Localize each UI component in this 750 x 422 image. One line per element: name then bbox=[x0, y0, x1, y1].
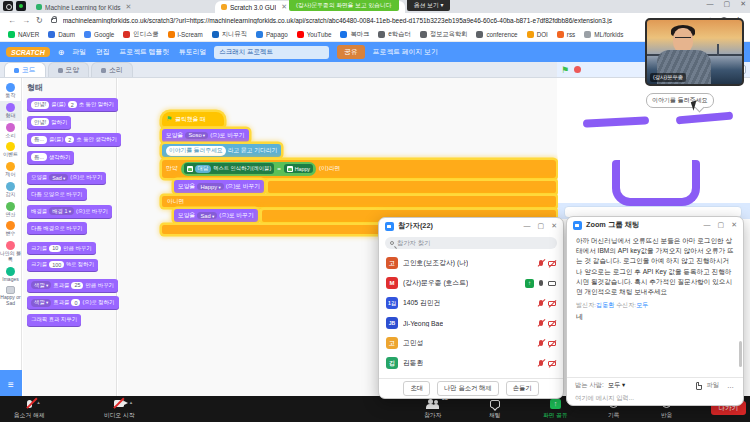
menu-파일[interactable]: 파일 bbox=[72, 47, 86, 57]
switch-costume-happy-block[interactable]: 모양을Happy(으)로 바꾸기 bbox=[174, 180, 264, 193]
else-block[interactable]: 아니면 bbox=[162, 196, 556, 207]
mic-options-caret[interactable]: ▴ bbox=[37, 399, 40, 405]
refresh-icon[interactable]: ↻ bbox=[36, 16, 43, 25]
file-button[interactable]: 파일 bbox=[706, 381, 719, 390]
tab-sounds[interactable]: 소리 bbox=[91, 62, 133, 77]
participants-action-button[interactable]: 손들기 bbox=[506, 381, 539, 396]
share-screen-button[interactable]: ↑ 화면 공유 bbox=[543, 398, 568, 420]
palette-block[interactable]: 음...을(를)2초 동안 생각하기 bbox=[27, 133, 121, 146]
palette-block[interactable]: 다음 배경으로 바꾸기 bbox=[27, 222, 87, 234]
scratch-logo[interactable]: SCRATCH bbox=[6, 47, 50, 57]
bookmark-item[interactable]: Daum bbox=[48, 31, 75, 38]
palette-block[interactable]: 안녕!말하기 bbox=[27, 116, 71, 129]
bookmark-item[interactable]: Papago bbox=[256, 31, 288, 38]
bookmark-item[interactable]: 북마크 bbox=[340, 30, 369, 39]
participants-button[interactable]: 22 참가자 bbox=[424, 398, 441, 420]
palette-block[interactable]: 모양을Sad(으)로 바꾸기 bbox=[27, 172, 106, 184]
unmute-button[interactable]: ▴ 음소거 해제 bbox=[14, 398, 45, 420]
chat-scrollbar[interactable] bbox=[739, 341, 742, 367]
participants-action-button[interactable]: 초대 bbox=[403, 381, 430, 396]
menu-프로젝트 템플릿[interactable]: 프로젝트 템플릿 bbox=[120, 47, 169, 57]
category-이벤트[interactable]: 이벤트 bbox=[0, 140, 22, 160]
bookmark-item[interactable]: YouTube bbox=[297, 31, 332, 38]
if-block[interactable]: 만약 대답 텍스트 인식하기(레이블) = Happy (이)라면 bbox=[162, 160, 556, 178]
participant-row[interactable]: 1김1405 김민건 bbox=[379, 293, 563, 313]
bookmark-item[interactable]: conference bbox=[476, 31, 517, 38]
add-extension-button[interactable]: ≡ bbox=[0, 370, 22, 398]
participant-row[interactable]: 고고인호(보조강사) (나) bbox=[379, 253, 563, 273]
minimize-icon[interactable]: — bbox=[524, 222, 531, 230]
category-동작[interactable]: 동작 bbox=[0, 81, 22, 101]
language-globe-icon[interactable]: ⊕ bbox=[58, 48, 65, 57]
start-video-button[interactable]: ▴ 비디오 시작 bbox=[104, 398, 135, 420]
video-options-caret[interactable]: ▴ bbox=[130, 399, 133, 405]
category-Images[interactable]: Images bbox=[0, 265, 22, 285]
tab-close-icon[interactable]: ✕ bbox=[126, 3, 132, 11]
forward-icon[interactable]: → bbox=[22, 16, 30, 25]
tab-code[interactable]: 코드 bbox=[4, 62, 46, 77]
back-icon[interactable]: ← bbox=[8, 16, 16, 25]
instructor-video-thumbnail[interactable]: (강사)문우종 bbox=[645, 18, 744, 86]
category-형태[interactable]: 형태 bbox=[0, 101, 22, 121]
browser-tab-ml4k[interactable]: Machine Learning for Kids ✕ bbox=[30, 1, 215, 13]
app-window-icon-2[interactable] bbox=[16, 1, 26, 11]
green-flag-icon[interactable]: ⚑ bbox=[561, 65, 569, 75]
window-close-button[interactable]: ✕ bbox=[740, 0, 746, 8]
participant-row[interactable]: M(강사)문우종 (호스트)↑ bbox=[379, 273, 563, 293]
bookmark-item[interactable]: 인디스쿨 bbox=[123, 30, 158, 39]
bookmark-item[interactable]: DOI bbox=[527, 31, 548, 38]
palette-block[interactable]: 그래픽 효과 지우기 bbox=[27, 314, 81, 326]
close-icon[interactable]: ✕ bbox=[731, 221, 737, 229]
url-text[interactable]: machinelearningforkids.co.uk/scratch3/?u… bbox=[63, 17, 701, 24]
chat-button[interactable]: 채팅 bbox=[489, 398, 501, 420]
switch-costume-block[interactable]: 모양을Soso(으)로 바꾸기 bbox=[162, 129, 249, 142]
padlock-icon[interactable] bbox=[51, 18, 57, 23]
recipient-selector[interactable]: 모두 ▾ bbox=[608, 381, 626, 390]
recipient-link[interactable]: 모두 bbox=[636, 301, 648, 308]
category-변수[interactable]: 변수 bbox=[0, 219, 22, 239]
maximize-icon[interactable]: ▢ bbox=[538, 222, 545, 230]
stop-icon[interactable] bbox=[574, 66, 581, 73]
sender-link[interactable]: 김동환 bbox=[596, 301, 614, 308]
view-options-button[interactable]: 옵션 보기 ▾ bbox=[407, 0, 450, 11]
maximize-icon[interactable]: ▢ bbox=[718, 221, 725, 229]
palette-block[interactable]: 음...생각하기 bbox=[27, 151, 74, 164]
window-minimize-button[interactable]: — bbox=[707, 0, 714, 8]
category-연산[interactable]: 연산 bbox=[0, 200, 22, 220]
bookmark-item[interactable]: ML/forkids bbox=[584, 31, 623, 38]
participant-row[interactable]: 고고민성 bbox=[379, 333, 563, 353]
answer-reporter[interactable]: 대답 bbox=[195, 165, 212, 173]
bookmark-item[interactable]: Google bbox=[84, 31, 114, 38]
project-page-link[interactable]: 프로젝트 페이지 보기 bbox=[373, 47, 438, 57]
tab-close-icon[interactable]: ✕ bbox=[281, 3, 287, 11]
bookmark-item[interactable]: 지니뮤직 bbox=[212, 30, 247, 39]
share-button[interactable]: 공유 bbox=[337, 45, 365, 59]
equals-operator-block[interactable]: 대답 텍스트 인식하기(레이블) = Happy bbox=[181, 162, 316, 176]
palette-block[interactable]: 다음 모양으로 바꾸기 bbox=[27, 188, 87, 200]
bookmark-item[interactable]: rss bbox=[557, 31, 575, 38]
palette-block[interactable]: 색깔효과를25만큼 바꾸기 bbox=[27, 279, 118, 292]
palette-block[interactable]: 안녕!을(를)2초 동안 말하기 bbox=[27, 98, 118, 111]
bookmark-item[interactable]: 정보교육학회 bbox=[420, 30, 468, 39]
tab-costumes[interactable]: 모양 bbox=[48, 62, 90, 77]
participant-search-input[interactable]: 참가자 찾기 bbox=[385, 237, 557, 249]
palette-block[interactable]: 크기를100%로 정하기 bbox=[27, 259, 98, 271]
menu-튜토리얼[interactable]: 튜토리얼 bbox=[179, 47, 206, 57]
chat-input[interactable]: 여기에 메시지 입력... bbox=[575, 394, 735, 403]
chat-messages[interactable]: 아까 머신러닝에서 오류뜨신 분들은 아마 로그인한 상태에서 IBM의 API… bbox=[567, 233, 743, 377]
palette-block[interactable]: 배경을배경 1(으)로 바꾸기 bbox=[27, 205, 112, 218]
participant-row[interactable]: JBJi-Yeong Bae bbox=[379, 313, 563, 333]
project-name-input[interactable]: 스크래치 프로젝트 bbox=[214, 46, 329, 59]
more-options-button[interactable]: … bbox=[727, 382, 735, 389]
bookmark-item[interactable]: NAVER bbox=[8, 31, 39, 38]
bookmark-item[interactable]: i-Scream bbox=[168, 31, 203, 38]
app-window-icon[interactable] bbox=[3, 1, 13, 11]
file-icon[interactable] bbox=[696, 382, 702, 390]
participants-action-button[interactable]: 나만 음소거 해제 bbox=[437, 381, 499, 396]
switch-costume-sad-block[interactable]: 모양을Sad(으)로 바꾸기 bbox=[174, 209, 258, 222]
palette-block[interactable]: 색깔효과를0(으)로 정하기 bbox=[27, 296, 119, 309]
participant-row[interactable]: 김김동환 bbox=[379, 353, 563, 373]
ml-label-happy-block[interactable]: Happy bbox=[284, 164, 313, 173]
palette-block[interactable]: 크기를10만큼 바꾸기 bbox=[27, 242, 96, 254]
bookmark-item[interactable]: e학습터 bbox=[378, 30, 410, 39]
